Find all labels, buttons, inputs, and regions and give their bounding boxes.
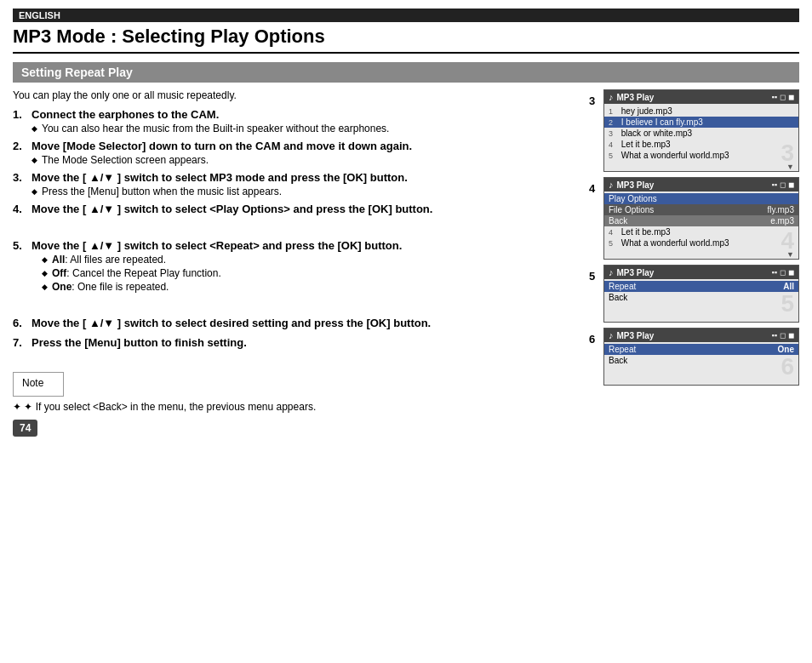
step-7: 7. Press the [Menu] button to finish set…: [13, 336, 591, 351]
repeat-label-6: Repeat: [609, 345, 636, 354]
screen-5-body: Repeat All Back: [604, 279, 798, 305]
screen-3-body: 1 hey jude.mp3 2 I believe I can fly.mp3…: [604, 104, 798, 163]
bullet-one: One: One file is repeated.: [42, 281, 591, 293]
section-header: Setting Repeat Play: [13, 62, 799, 83]
step-5-bullets: All: All files are repeated. Off: Cancel…: [31, 254, 591, 293]
bullet-off: Off: Cancel the Repeat Play function.: [42, 267, 591, 279]
step-6: 6. Move the [ ▲/▼ ] switch to select des…: [13, 317, 591, 331]
note-label: Note: [22, 377, 54, 389]
back-label: Back: [609, 216, 627, 226]
bullet-one-text: : One file is repeated.: [71, 281, 169, 293]
icon-battery-5: ▪▪: [772, 268, 777, 277]
step-3-num: 3.: [13, 171, 31, 184]
page-number: 74: [13, 420, 37, 437]
screen-4-body: Play Options File Options fly.mp3 Back e…: [604, 191, 798, 250]
music-note-3: ♪: [609, 92, 614, 102]
icon-signal-6: ◻: [780, 331, 786, 340]
step-1-content: Connect the earphones to the CAM. You ca…: [31, 108, 591, 134]
screen-4-title-text: MP3 Play: [617, 180, 655, 190]
step-3-content: Move the [ ▲/▼ ] switch to select MP3 mo…: [31, 171, 591, 197]
icon-mode-5: ◼: [788, 268, 794, 277]
icon-signal-3: ◻: [780, 93, 786, 101]
music-note-4: ♪: [609, 180, 614, 190]
instructions: You can play the only one or all music r…: [13, 89, 603, 654]
screen-3-scroll: ▼: [604, 163, 798, 171]
bullet-off-text: : Cancel the Repeat Play function.: [66, 267, 220, 279]
screen-4-item-4: 4 Let it be.mp3: [604, 226, 798, 237]
icon-mode-4: ◼: [788, 180, 794, 189]
screen-5-title: ♪ MP3 Play: [609, 267, 654, 277]
step-4-num: 4.: [13, 203, 31, 215]
lang-tag: ENGLISH: [13, 9, 799, 22]
note-box: Note: [13, 372, 64, 397]
screen-6-space: [604, 368, 798, 385]
step-3-sub: Press the [Menu] button when the music l…: [31, 186, 591, 197]
screen-6-icons: ▪▪ ◻ ◼: [772, 331, 794, 340]
screen-6-repeat: Repeat One: [604, 344, 798, 355]
screen-5: 5 ♪ MP3 Play ▪▪ ◻ ◼ Repeat All: [603, 265, 799, 323]
screen-3-title-text: MP3 Play: [617, 93, 655, 102]
step-2-sub: The Mode Selection screen appears.: [31, 154, 591, 166]
screen-4-header: ♪ MP3 Play ▪▪ ◻ ◼: [604, 178, 798, 191]
screen-4-play-options: Play Options: [604, 193, 798, 204]
screen-4: 4 ♪ MP3 Play ▪▪ ◻ ◼ Play Options Fil: [603, 177, 799, 260]
screen-4-watermark: 4: [781, 227, 794, 254]
screen-3-header: ♪ MP3 Play ▪▪ ◻ ◼: [604, 90, 798, 104]
page-title: MP3 Mode : Selecting Play Options: [13, 26, 799, 54]
icon-battery-4: ▪▪: [772, 180, 777, 189]
back-extra: e.mp3: [770, 216, 794, 226]
screen-6-back: Back: [604, 355, 798, 366]
screen-4-scroll: ▼: [604, 250, 798, 259]
screenshots-panel: 3 ♪ MP3 Play ▪▪ ◻ ◼ 1 hey jude.mp3: [603, 89, 799, 654]
screen-6-title: ♪ MP3 Play: [609, 330, 654, 340]
step-1: 1. Connect the earphones to the CAM. You…: [13, 108, 591, 134]
screen-6-body: Repeat One Back: [604, 342, 798, 368]
screen-4-title: ♪ MP3 Play: [609, 180, 654, 190]
screen-3-item-1: 1 hey jude.mp3: [604, 106, 798, 117]
screen-3: 3 ♪ MP3 Play ▪▪ ◻ ◼ 1 hey jude.mp3: [603, 89, 799, 172]
step-4-main: Move the [ ▲/▼ ] switch to select <Play …: [31, 203, 591, 215]
screen-3-num: 3: [589, 94, 595, 107]
step-2-num: 2.: [13, 140, 31, 152]
step-4: 4. Move the [ ▲/▼ ] switch to select <Pl…: [13, 203, 591, 217]
file-options-label: File Options: [609, 205, 654, 214]
screen-5-icons: ▪▪ ◻ ◼: [772, 268, 794, 277]
icon-mode-3: ◼: [788, 93, 794, 101]
note-text: If you select <Back> in the menu, the pr…: [36, 401, 317, 413]
step-6-main: Move the [ ▲/▼ ] switch to select desire…: [31, 317, 591, 329]
step-3-main: Move the [ ▲/▼ ] switch to select MP3 mo…: [31, 171, 591, 184]
step-4-content: Move the [ ▲/▼ ] switch to select <Play …: [31, 203, 591, 217]
note-section: Note ✦ If you select <Back> in the menu,…: [13, 363, 591, 413]
screen-4-icons: ▪▪ ◻ ◼: [772, 180, 794, 189]
screen-3-watermark: 3: [781, 140, 794, 167]
step-5-main: Move the [ ▲/▼ ] switch to select <Repea…: [31, 239, 591, 252]
step-5-num: 5.: [13, 239, 31, 252]
step-3: 3. Move the [ ▲/▼ ] switch to select MP3…: [13, 171, 591, 197]
intro-text: You can play the only one or all music r…: [13, 89, 591, 101]
screen-6-watermark: 6: [781, 353, 794, 380]
bullet-all-label: All: [52, 254, 65, 266]
screen-5-watermark: 5: [781, 290, 794, 317]
music-note-6: ♪: [609, 330, 614, 340]
step-1-sub: You can also hear the music from the Bui…: [31, 123, 591, 134]
step-6-num: 6.: [13, 317, 31, 329]
bullet-all-text: : All files are repeated.: [65, 254, 166, 266]
screen-3-item-3: 3 black or white.mp3: [604, 128, 798, 139]
page-wrapper: ENGLISH MP3 Mode : Selecting Play Option…: [0, 0, 812, 663]
screen-6-header: ♪ MP3 Play ▪▪ ◻ ◼: [604, 329, 798, 342]
main-content: You can play the only one or all music r…: [13, 89, 799, 654]
step-5-content: Move the [ ▲/▼ ] switch to select <Repea…: [31, 239, 591, 294]
music-note-5: ♪: [609, 267, 614, 277]
icon-mode-6: ◼: [788, 331, 794, 340]
step-2-main: Move [Mode Selector] down to turn on the…: [31, 140, 591, 152]
bullet-one-label: One: [52, 281, 71, 293]
bullet-off-label: Off: [52, 267, 66, 279]
step-7-num: 7.: [13, 336, 31, 349]
page-num-box: 74: [13, 420, 591, 437]
step-2: 2. Move [Mode Selector] down to turn on …: [13, 140, 591, 166]
screen-5-space: [604, 305, 798, 322]
screen-3-item-5: 5 What a wonderful world.mp3: [604, 150, 798, 161]
step-7-content: Press the [Menu] button to finish settin…: [31, 336, 591, 351]
screen-6-num: 6: [589, 333, 595, 346]
step-1-num: 1.: [13, 108, 31, 121]
